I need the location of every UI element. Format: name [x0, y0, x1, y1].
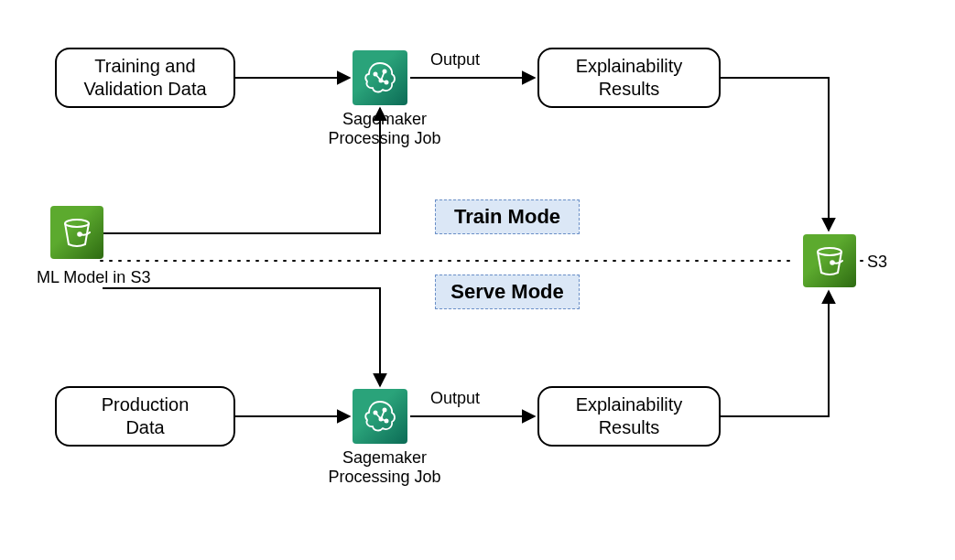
label-output-bottom: Output [430, 389, 480, 408]
mode-label-text: Serve Mode [450, 280, 564, 304]
svg-point-22 [818, 248, 841, 255]
mode-label-text: Train Mode [454, 205, 560, 229]
mode-train: Train Mode [435, 199, 580, 234]
s3-bucket-icon [803, 234, 856, 287]
svg-line-10 [375, 74, 381, 81]
label-sg-top: SagemakerProcessing Job [320, 110, 449, 148]
node-production-data: ProductionData [55, 386, 235, 447]
svg-point-21 [78, 232, 81, 236]
label-s3: S3 [867, 253, 887, 272]
label-sg-bottom: SagemakerProcessing Job [320, 448, 449, 487]
s3-bucket-icon [50, 206, 103, 259]
node-label: ExplainabilityResults [576, 393, 683, 439]
node-explainability-bottom: ExplainabilityResults [537, 386, 721, 447]
svg-point-20 [65, 220, 89, 227]
node-label: ProductionData [102, 393, 190, 439]
node-explainability-top: ExplainabilityResults [537, 48, 721, 108]
svg-line-17 [375, 413, 381, 419]
sagemaker-icon [353, 50, 407, 105]
sagemaker-icon [353, 389, 407, 444]
node-training-data: Training andValidation Data [55, 48, 235, 108]
svg-point-23 [830, 261, 834, 264]
label-output-top: Output [430, 50, 480, 70]
node-label: ExplainabilityResults [576, 55, 683, 101]
label-ml-model: ML Model in S3 [37, 268, 174, 287]
mode-serve: Serve Mode [435, 275, 580, 309]
node-label: Training andValidation Data [83, 55, 206, 101]
